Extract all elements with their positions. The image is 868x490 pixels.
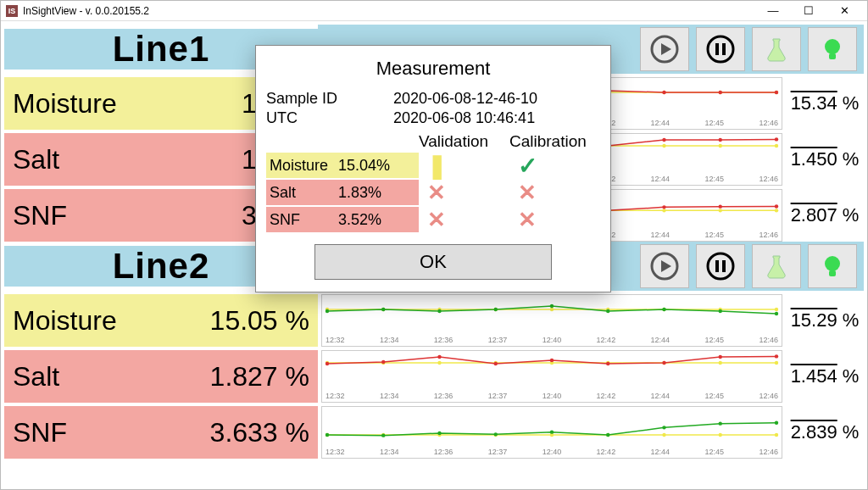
maximize-button[interactable]: ☐ — [791, 1, 826, 21]
metric-value: 1.827 % — [59, 361, 309, 393]
metric-name: Moisture — [13, 88, 117, 120]
metric-name: Moisture — [13, 305, 117, 337]
chart-tick: 12:46 — [759, 175, 778, 183]
svg-point-82 — [606, 309, 609, 313]
chart-tick: 12:45 — [704, 175, 724, 183]
close-button[interactable]: ✕ — [826, 1, 862, 21]
svg-point-24 — [775, 91, 778, 94]
warn-icon: ❚ — [427, 152, 447, 180]
chart-tick: 12:36 — [434, 336, 453, 344]
modal-metric-name: Salt — [266, 184, 338, 202]
metric-name: Salt — [13, 144, 59, 175]
svg-point-112 — [775, 433, 778, 437]
svg-point-80 — [494, 308, 498, 311]
chart-tick: 12:45 — [704, 336, 724, 344]
chart-tick: 12:32 — [326, 392, 345, 400]
flask-button — [752, 27, 801, 71]
chart-tick: 12:46 — [759, 231, 778, 239]
utc-value: 2020-06-08 10:46:41 — [393, 109, 535, 127]
svg-point-31 — [662, 144, 665, 148]
svg-point-95 — [326, 362, 329, 365]
sample-id-label: Sample ID — [266, 90, 393, 108]
svg-point-33 — [775, 144, 778, 148]
sample-id-value: 2020-06-08-12-46-10 — [393, 90, 537, 108]
svg-point-85 — [775, 312, 778, 315]
app-body: Line1 Moisture 15.04 12:3212:3412:3612:3… — [1, 21, 867, 489]
svg-point-63 — [708, 253, 733, 279]
svg-rect-3 — [715, 43, 719, 55]
app-logo: IS — [6, 5, 18, 17]
metric-name: Salt — [13, 361, 59, 393]
flask-icon — [761, 251, 792, 281]
svg-rect-64 — [715, 260, 719, 272]
chart-tick: 12:36 — [434, 448, 453, 456]
x-icon: ✕ — [427, 180, 446, 206]
svg-point-101 — [662, 361, 665, 365]
modal-metric-row: Moisture 15.04% ❚ ✓ — [266, 153, 600, 178]
metric-label: Moisture 15.05 % — [4, 294, 318, 347]
metric-stat: 15.34 % — [786, 77, 864, 130]
chart-tick: 12:46 — [759, 448, 778, 456]
svg-point-32 — [719, 144, 722, 148]
ok-button[interactable]: OK — [314, 244, 552, 280]
svg-point-59 — [719, 204, 722, 208]
svg-point-41 — [719, 138, 722, 142]
svg-rect-65 — [722, 260, 726, 272]
chart-tick: 12:44 — [651, 336, 670, 344]
svg-point-88 — [437, 361, 441, 365]
titlebar: IS InSightView - v. 0.0.20155.2 — ☐ ✕ — [1, 1, 867, 21]
svg-point-103 — [775, 354, 778, 358]
svg-point-49 — [662, 209, 665, 212]
svg-point-22 — [662, 91, 665, 94]
svg-marker-62 — [661, 260, 671, 272]
pause-icon — [705, 251, 736, 281]
pause-button[interactable] — [696, 244, 745, 288]
chart-tick: 12:34 — [380, 392, 399, 400]
chart-tick: 12:46 — [759, 119, 778, 127]
svg-point-94 — [775, 361, 778, 365]
svg-point-116 — [494, 432, 498, 436]
svg-point-83 — [662, 308, 665, 311]
metric-row: Salt 1.827 % 12:3212:3412:3612:3712:4012… — [4, 350, 864, 403]
svg-point-97 — [437, 355, 441, 359]
svg-point-84 — [719, 309, 722, 313]
utc-label: UTC — [266, 109, 393, 127]
chart-tick: 12:45 — [704, 448, 724, 456]
chart-tick: 12:44 — [651, 119, 670, 127]
bulb-button[interactable] — [808, 244, 857, 288]
svg-point-42 — [775, 137, 778, 141]
metric-chart: 12:3212:3412:3612:3712:4012:4212:4412:45… — [321, 350, 782, 403]
pause-button[interactable] — [696, 27, 745, 71]
flask-icon — [761, 34, 792, 64]
metric-stat: 1.450 % — [786, 133, 864, 186]
chart-tick: 12:46 — [759, 392, 778, 400]
modal-title: Measurement — [266, 58, 600, 80]
chart-tick: 12:45 — [704, 392, 724, 400]
bulb-button[interactable] — [808, 27, 857, 71]
svg-point-110 — [662, 433, 665, 437]
chart-tick: 12:32 — [326, 448, 345, 456]
bulb-icon — [817, 34, 848, 64]
svg-rect-6 — [829, 53, 836, 59]
chart-tick: 12:37 — [488, 448, 508, 456]
modal-metric-name: SNF — [266, 211, 338, 229]
chart-tick: 12:45 — [704, 231, 724, 239]
chart-tick: 12:46 — [759, 336, 778, 344]
col-validation: Validation — [419, 132, 509, 151]
metric-stat: 15.29 % — [786, 294, 864, 347]
modal-metric-value: 1.83% — [338, 184, 419, 202]
app-window: IS InSightView - v. 0.0.20155.2 — ☐ ✕ Li… — [0, 0, 868, 490]
chart-tick: 12:40 — [542, 392, 562, 400]
svg-point-78 — [381, 308, 385, 311]
svg-point-99 — [550, 359, 554, 362]
svg-point-79 — [437, 309, 441, 313]
metric-row: Moisture 15.05 % 12:3212:3412:3612:3712:… — [4, 294, 864, 347]
check-icon: ✓ — [518, 152, 537, 180]
x-icon: ✕ — [427, 207, 446, 233]
chart-tick: 12:44 — [651, 175, 670, 183]
svg-point-120 — [719, 421, 722, 425]
svg-point-121 — [775, 421, 778, 425]
svg-point-66 — [825, 256, 840, 271]
minimize-button[interactable]: — — [755, 1, 791, 21]
metric-stat: 1.454 % — [786, 350, 864, 403]
